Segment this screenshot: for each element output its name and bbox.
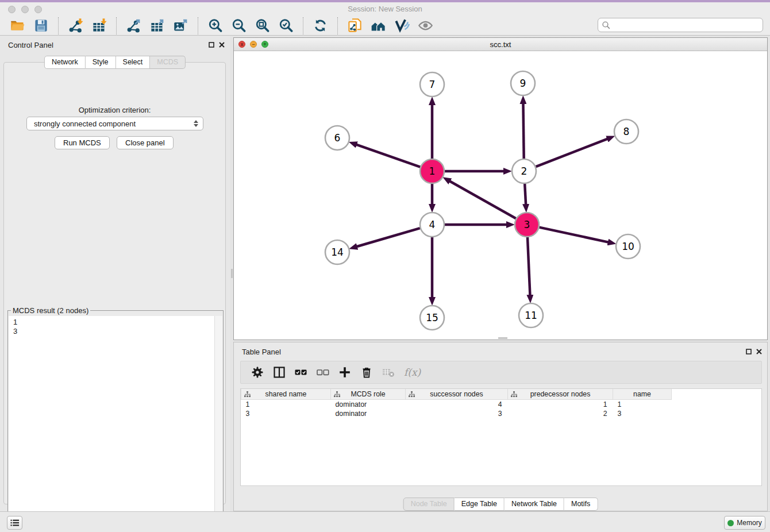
save-session-icon[interactable] — [33, 18, 49, 33]
close-panel-icon[interactable] — [218, 41, 225, 48]
mcds-result-textarea[interactable]: 1 3 — [9, 316, 222, 527]
table-cell[interactable]: 3 — [241, 409, 331, 418]
task-list-icon — [9, 517, 21, 529]
settings-icon[interactable] — [251, 365, 264, 379]
table-cell[interactable]: 3 — [406, 409, 508, 418]
control-panel: Control Panel NetworkStyleSelectMCDS Opt… — [0, 36, 230, 511]
open-session-icon[interactable] — [10, 18, 25, 33]
search-box[interactable] — [598, 18, 763, 32]
table-cell[interactable]: 4 — [406, 400, 508, 410]
delete-icon[interactable] — [360, 365, 374, 379]
zoom-selected-icon[interactable] — [278, 18, 294, 33]
toolbar-separator — [58, 17, 59, 34]
network-view-title: scc.txt — [234, 40, 767, 49]
add-icon[interactable] — [338, 365, 352, 379]
column-header-shared-name[interactable]: shared name — [241, 389, 331, 400]
status-bar: Memory — [0, 511, 770, 532]
apply-layout-icon[interactable] — [313, 18, 328, 33]
network-window-titlebar[interactable]: x – + scc.txt — [234, 38, 767, 51]
splitter-handle[interactable] — [231, 269, 233, 278]
graph-edge-3-11[interactable] — [528, 237, 530, 295]
run-mcds-button[interactable]: Run MCDS — [55, 136, 110, 149]
column-header-name[interactable]: name — [613, 389, 672, 400]
graph-node-14[interactable]: 14 — [325, 240, 349, 264]
zoom-out-icon[interactable] — [231, 18, 247, 33]
table-cell[interactable]: 3 — [613, 409, 672, 418]
export-network-icon[interactable] — [126, 18, 141, 33]
column-header-successor-nodes[interactable]: successor nodes — [406, 389, 508, 400]
criterion-select[interactable]: strongly connected component — [26, 117, 203, 130]
table-cell[interactable]: 1 — [508, 400, 613, 410]
task-history-button[interactable] — [7, 516, 22, 530]
home-icon[interactable] — [371, 18, 386, 33]
svg-text:9: 9 — [520, 78, 526, 89]
table-cell[interactable]: dominator — [331, 400, 406, 410]
graph-node-9[interactable]: 9 — [511, 71, 535, 95]
graph-node-10[interactable]: 10 — [616, 234, 640, 259]
column-header-MCDS-role[interactable]: MCDS role — [331, 389, 406, 400]
tab-style[interactable]: Style — [86, 56, 116, 69]
table-toolbar: f(x) — [240, 361, 762, 384]
network-from-clipboard-icon[interactable] — [347, 18, 363, 33]
vizmapper-icon[interactable] — [394, 18, 410, 33]
select-all-icon[interactable] — [294, 365, 308, 379]
svg-text:11: 11 — [525, 310, 537, 321]
graph-node-2[interactable]: 2 — [512, 159, 536, 183]
search-input[interactable] — [611, 18, 763, 32]
tab-edge-table[interactable]: Edge Table — [455, 498, 505, 511]
tab-select[interactable]: Select — [116, 56, 151, 69]
export-image-icon[interactable] — [173, 18, 188, 33]
graph-edge-2-3[interactable] — [525, 184, 526, 205]
tab-mcds[interactable]: MCDS — [150, 56, 186, 69]
show-hide-icon[interactable] — [418, 18, 433, 33]
svg-text:3: 3 — [524, 219, 530, 230]
table-cell[interactable]: 2 — [508, 409, 613, 418]
zoom-fit-icon[interactable] — [255, 18, 270, 33]
graph-edge-2-8[interactable] — [536, 139, 608, 167]
export-table-icon[interactable] — [149, 18, 165, 33]
graph-node-1[interactable]: 1 — [420, 159, 444, 183]
zoom-in-icon[interactable] — [207, 18, 223, 33]
table-cell[interactable]: dominator — [331, 409, 406, 418]
graph-node-4[interactable]: 4 — [420, 213, 444, 237]
close-panel-button[interactable]: Close panel — [117, 136, 174, 149]
svg-text:10: 10 — [622, 241, 634, 252]
network-canvas[interactable]: 7968124314101511 — [234, 51, 767, 340]
table-cell[interactable]: 1 — [613, 400, 672, 410]
graph-edge-2-9[interactable] — [523, 103, 523, 159]
graph-edge-4-14[interactable] — [357, 228, 420, 246]
svg-text:7: 7 — [429, 79, 436, 90]
memory-button[interactable]: Memory — [724, 516, 765, 530]
graph-node-15[interactable]: 15 — [420, 306, 444, 330]
graph-node-11[interactable]: 11 — [519, 303, 543, 327]
control-panel-tabs: NetworkStyleSelectMCDS — [44, 56, 186, 69]
float-table-panel-icon[interactable] — [745, 348, 752, 355]
table-cell[interactable]: 1 — [241, 400, 331, 410]
toolbar-separator — [337, 17, 338, 34]
column-header-predecessor-nodes[interactable]: predecessor nodes — [508, 389, 613, 400]
result-scrollbar[interactable] — [214, 316, 222, 527]
h-scroll-grip[interactable] — [498, 337, 507, 339]
column-layout-icon[interactable] — [272, 365, 286, 379]
import-table-icon[interactable] — [91, 18, 107, 33]
graph-edge-1-6[interactable] — [356, 145, 420, 167]
table-type-tabs: Node TableEdge TableNetwork TableMotifs — [403, 498, 598, 511]
tab-node-table[interactable]: Node Table — [403, 498, 455, 511]
close-table-panel-icon[interactable] — [756, 348, 763, 355]
graph-edge-3-10[interactable] — [540, 228, 609, 242]
tab-network-table[interactable]: Network Table — [505, 498, 564, 511]
select-arrows-icon — [193, 120, 198, 127]
deselect-all-icon[interactable] — [316, 365, 330, 379]
graph-node-3[interactable]: 3 — [515, 213, 539, 237]
graph-edge-3-1[interactable] — [449, 181, 515, 218]
float-panel-icon[interactable] — [208, 41, 215, 48]
graph-node-8[interactable]: 8 — [614, 119, 638, 144]
tab-motifs[interactable]: Motifs — [564, 498, 598, 511]
toolbar-separator — [198, 17, 198, 34]
graph-node-6[interactable]: 6 — [325, 126, 349, 150]
graph-node-7[interactable]: 7 — [420, 72, 444, 97]
table-row[interactable]: 1dominator411 — [241, 400, 672, 410]
import-network-icon[interactable] — [68, 18, 83, 33]
tab-network[interactable]: Network — [44, 56, 86, 69]
table-row[interactable]: 3dominator323 — [241, 409, 672, 418]
